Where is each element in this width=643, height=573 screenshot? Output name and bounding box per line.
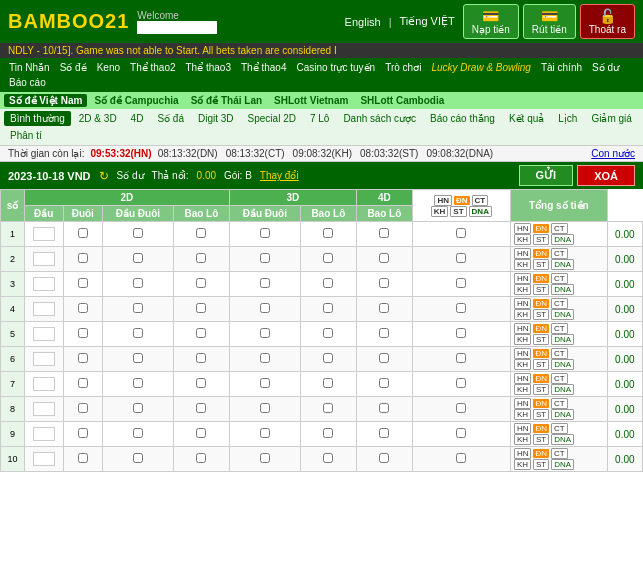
checkbox-dau-row-6[interactable] xyxy=(78,353,88,363)
cell-bao-lo-3d-row-10[interactable] xyxy=(356,447,412,472)
sub-nav-shlott-vn[interactable]: SHLott Vietnam xyxy=(269,94,353,107)
cell-duoi-row-3[interactable] xyxy=(102,272,173,297)
row-input-8[interactable] xyxy=(24,397,63,422)
cell-duoi-row-5[interactable] xyxy=(102,322,173,347)
region-st-row-6[interactable]: ST xyxy=(533,359,549,370)
cell-dau-row-8[interactable] xyxy=(63,397,102,422)
cell-dau-duoi-3d-row-10[interactable] xyxy=(300,447,356,472)
region-hn-row-2[interactable]: HN xyxy=(514,248,532,259)
number-input-9[interactable] xyxy=(33,427,55,441)
region-tag-st[interactable]: ST xyxy=(450,206,466,217)
region-st-row-3[interactable]: ST xyxy=(533,284,549,295)
region-tag-hn[interactable]: HN xyxy=(434,195,452,206)
cell-dau-duoi-3d-row-4[interactable] xyxy=(300,297,356,322)
region-ct-row-5[interactable]: CT xyxy=(551,323,568,334)
checkbox-dau-row-2[interactable] xyxy=(78,253,88,263)
cell-bao-lo-3d-row-3[interactable] xyxy=(356,272,412,297)
cell-bao-lo-4d-row-3[interactable] xyxy=(412,272,510,297)
nav-tai-chinh[interactable]: Tài chính xyxy=(536,60,587,75)
region-kh-row-2[interactable]: KH xyxy=(514,259,531,270)
cell-dau-duoi-3d-row-3[interactable] xyxy=(300,272,356,297)
tab-lich[interactable]: Lịch xyxy=(552,111,583,126)
cell-bao-lo-4d-row-2[interactable] xyxy=(412,247,510,272)
checkbox-dau-duoi-row-6[interactable] xyxy=(196,353,206,363)
region-hn-row-4[interactable]: HN xyxy=(514,298,532,309)
number-input-7[interactable] xyxy=(33,377,55,391)
region-kh-row-3[interactable]: KH xyxy=(514,284,531,295)
region-hn-row-1[interactable]: HN xyxy=(514,223,532,234)
tab-phan-ti[interactable]: Phân tí xyxy=(4,128,48,143)
checkbox-bao-lo-2d-row-10[interactable] xyxy=(260,453,270,463)
checkbox-dau-duoi-3d-row-6[interactable] xyxy=(323,353,333,363)
region-ct-row-7[interactable]: CT xyxy=(551,373,568,384)
number-input-4[interactable] xyxy=(33,302,55,316)
cell-dau-duoi-row-8[interactable] xyxy=(173,397,229,422)
checkbox-dau-duoi-row-3[interactable] xyxy=(196,278,206,288)
nav-the-thao2[interactable]: Thể thao2 xyxy=(125,60,180,75)
tab-digit-3d[interactable]: Digit 3D xyxy=(192,111,240,126)
cell-bao-lo-2d-row-6[interactable] xyxy=(229,347,300,372)
region-dna-row-7[interactable]: DNA xyxy=(551,384,574,395)
checkbox-dau-duoi-row-1[interactable] xyxy=(196,228,206,238)
cell-dau-duoi-row-9[interactable] xyxy=(173,422,229,447)
tab-7-lo[interactable]: 7 Lô xyxy=(304,111,335,126)
cell-duoi-row-9[interactable] xyxy=(102,422,173,447)
region-dna-row-9[interactable]: DNA xyxy=(551,434,574,445)
checkbox-dau-row-3[interactable] xyxy=(78,278,88,288)
cell-dau-duoi-row-1[interactable] xyxy=(173,222,229,247)
checkbox-dau-duoi-3d-row-5[interactable] xyxy=(323,328,333,338)
region-tag-ct[interactable]: CT xyxy=(472,195,489,206)
cell-bao-lo-4d-row-10[interactable] xyxy=(412,447,510,472)
sub-nav-viet-nam[interactable]: Số đề Việt Nam xyxy=(4,94,87,107)
cell-bao-lo-2d-row-1[interactable] xyxy=(229,222,300,247)
nav-tro-choi[interactable]: Trò chơi xyxy=(380,60,426,75)
region-st-row-10[interactable]: ST xyxy=(533,459,549,470)
region-dna-row-5[interactable]: DNA xyxy=(551,334,574,345)
region-kh-row-8[interactable]: KH xyxy=(514,409,531,420)
checkbox-bao-lo-4d-row-9[interactable] xyxy=(456,428,466,438)
checkbox-dau-duoi-row-2[interactable] xyxy=(196,253,206,263)
region-st-row-1[interactable]: ST xyxy=(533,234,549,245)
cell-bao-lo-4d-row-8[interactable] xyxy=(412,397,510,422)
checkbox-bao-lo-3d-row-9[interactable] xyxy=(379,428,389,438)
region-ct-row-3[interactable]: CT xyxy=(551,273,568,284)
thoat-button[interactable]: 🔓 Thoát ra xyxy=(580,4,635,39)
checkbox-duoi-row-10[interactable] xyxy=(133,453,143,463)
cell-bao-lo-4d-row-7[interactable] xyxy=(412,372,510,397)
number-input-10[interactable] xyxy=(33,452,55,466)
checkbox-dau-duoi-row-9[interactable] xyxy=(196,428,206,438)
checkbox-dau-duoi-row-10[interactable] xyxy=(196,453,206,463)
gui-button[interactable]: GỬI xyxy=(519,165,574,186)
nav-so-du[interactable]: Số dư xyxy=(587,60,624,75)
cell-dau-duoi-3d-row-2[interactable] xyxy=(300,247,356,272)
checkbox-duoi-row-2[interactable] xyxy=(133,253,143,263)
region-dn-row-1[interactable]: ĐN xyxy=(533,224,549,233)
region-dna-row-8[interactable]: DNA xyxy=(551,409,574,420)
tab-so-da[interactable]: Số đá xyxy=(151,111,190,126)
cell-bao-lo-2d-row-10[interactable] xyxy=(229,447,300,472)
checkbox-bao-lo-3d-row-6[interactable] xyxy=(379,353,389,363)
checkbox-bao-lo-3d-row-10[interactable] xyxy=(379,453,389,463)
checkbox-dau-duoi-3d-row-4[interactable] xyxy=(323,303,333,313)
checkbox-dau-duoi-row-4[interactable] xyxy=(196,303,206,313)
cell-bao-lo-3d-row-7[interactable] xyxy=(356,372,412,397)
region-hn-row-3[interactable]: HN xyxy=(514,273,532,284)
row-input-10[interactable] xyxy=(24,447,63,472)
checkbox-bao-lo-3d-row-4[interactable] xyxy=(379,303,389,313)
cell-dau-row-7[interactable] xyxy=(63,372,102,397)
checkbox-dau-row-10[interactable] xyxy=(78,453,88,463)
cell-bao-lo-3d-row-6[interactable] xyxy=(356,347,412,372)
cell-dau-row-9[interactable] xyxy=(63,422,102,447)
region-st-row-2[interactable]: ST xyxy=(533,259,549,270)
sub-nav-shlott-cambodia[interactable]: SHLott Cambodia xyxy=(355,94,449,107)
cell-dau-duoi-row-5[interactable] xyxy=(173,322,229,347)
checkbox-bao-lo-4d-row-3[interactable] xyxy=(456,278,466,288)
region-dna-row-2[interactable]: DNA xyxy=(551,259,574,270)
checkbox-duoi-row-9[interactable] xyxy=(133,428,143,438)
region-hn-row-9[interactable]: HN xyxy=(514,423,532,434)
checkbox-duoi-row-6[interactable] xyxy=(133,353,143,363)
checkbox-dau-row-5[interactable] xyxy=(78,328,88,338)
rut-tien-button[interactable]: 💳 Rút tiền xyxy=(523,4,576,39)
cell-duoi-row-2[interactable] xyxy=(102,247,173,272)
tab-2d-3d[interactable]: 2D & 3D xyxy=(73,111,123,126)
